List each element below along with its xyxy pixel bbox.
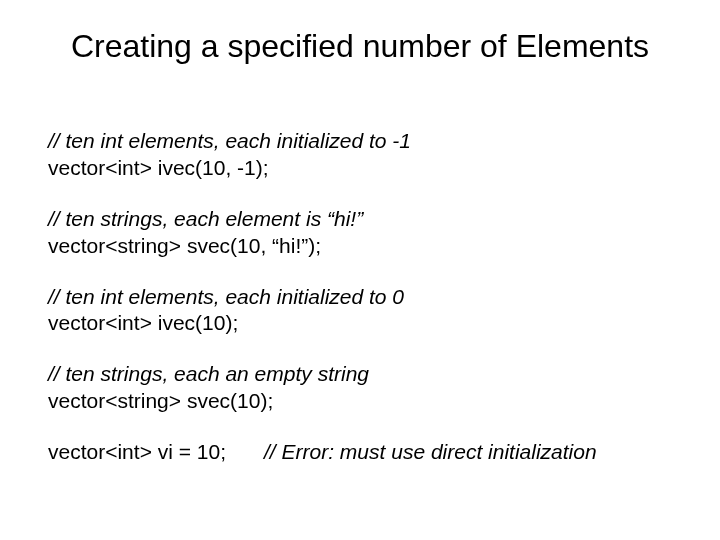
- example-block: vector<int> vi = 10; // Error: must use …: [48, 439, 672, 466]
- slide-title: Creating a specified number of Elements: [0, 28, 720, 65]
- code-line: vector<int> ivec(10);: [48, 310, 672, 337]
- slide-body: // ten int elements, each initialized to…: [48, 128, 672, 490]
- code-comment: // ten strings, each an empty string: [48, 361, 672, 388]
- code-line: vector<int> vi = 10;: [48, 439, 226, 466]
- example-block: // ten strings, each element is “hi!” ve…: [48, 206, 672, 260]
- example-block: // ten int elements, each initialized to…: [48, 284, 672, 338]
- code-line: vector<int> ivec(10, -1);: [48, 155, 672, 182]
- code-comment: // ten int elements, each initialized to…: [48, 284, 672, 311]
- slide: Creating a specified number of Elements …: [0, 0, 720, 540]
- code-comment: // ten int elements, each initialized to…: [48, 128, 672, 155]
- example-block: // ten int elements, each initialized to…: [48, 128, 672, 182]
- code-comment: // ten strings, each element is “hi!”: [48, 206, 672, 233]
- code-line: vector<string> svec(10);: [48, 388, 672, 415]
- code-line: vector<string> svec(10, “hi!”);: [48, 233, 672, 260]
- code-comment: // Error: must use direct initialization: [264, 439, 597, 466]
- example-block: // ten strings, each an empty string vec…: [48, 361, 672, 415]
